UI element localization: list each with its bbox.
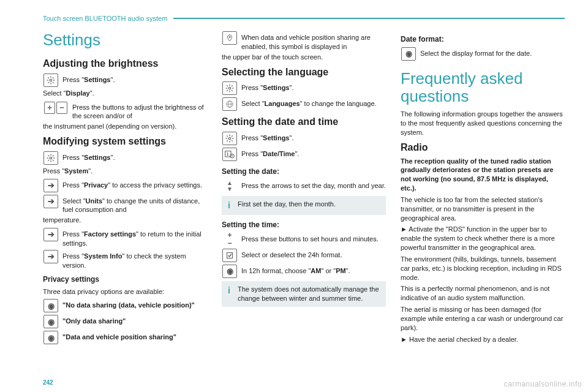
svg-line-8 (53, 77, 54, 78)
column-3: Date format: ◉ Select the display format… (401, 29, 565, 347)
step-row: ➔ Select "Units" to change the units of … (43, 194, 207, 215)
checkbox-icon (222, 248, 238, 263)
step-text: Press "Settings". (62, 151, 207, 162)
step-text: In 12h format, choose "AM" or "PM". (241, 264, 386, 276)
step-row: Select or deselect the 24h format. (222, 248, 386, 263)
step-text: Select or deselect the 24h format. (241, 248, 386, 260)
arrow-right-icon: ➔ (43, 227, 59, 242)
gear-icon (43, 73, 59, 88)
body-text: ► Activate the "RDS" function in the upp… (401, 225, 565, 252)
step-text: Press these buttons to set hours and min… (241, 232, 386, 244)
svg-line-36 (227, 135, 228, 137)
body-text: The following information groups togethe… (401, 110, 565, 137)
gear-icon (43, 151, 59, 165)
step-text: Press "Factory settings" to return to th… (62, 227, 207, 248)
body-text: The aerial is missing or has been damage… (401, 305, 565, 333)
svg-line-14 (48, 155, 49, 156)
body-text: Three data privacy options are available… (43, 287, 207, 296)
step-row: Select "Languages" to change the languag… (222, 97, 386, 111)
svg-line-15 (53, 160, 54, 161)
svg-point-19 (228, 87, 231, 89)
page-header: Touch screen BLUETOOTH audio system (43, 15, 565, 22)
svg-line-38 (227, 140, 228, 141)
step-row: Press "Settings". (43, 151, 207, 165)
svg-line-17 (53, 155, 54, 156)
calendar-clock-icon: 1 (222, 147, 238, 162)
step-text: Press "Date/Time". (241, 147, 386, 159)
step-text: When data and vehicle position sharing a… (241, 31, 386, 51)
info-icon: i (224, 285, 234, 296)
step-row: Press "Settings". (222, 81, 386, 96)
setting-time-heading: Setting the time: (222, 220, 386, 230)
svg-line-6 (53, 82, 54, 83)
svg-point-18 (229, 36, 231, 38)
plus-minus-icon: +− (43, 100, 69, 115)
info-box: i The system does not automatically mana… (222, 281, 386, 307)
body-text: ► Have the aerial checked by a dealer. (401, 335, 565, 344)
step-row: +− Press these buttons to set hours and … (222, 232, 386, 247)
svg-text:1: 1 (227, 152, 229, 156)
step-text: "No data sharing (data, vehicle position… (62, 298, 207, 310)
content-columns: Settings Adjusting the brightness Press … (43, 29, 565, 347)
radio-icon: ◉ (43, 330, 59, 345)
globe-icon (222, 97, 238, 111)
column-1: Settings Adjusting the brightness Press … (43, 29, 207, 347)
gear-icon (222, 81, 238, 96)
gear-icon (222, 131, 238, 146)
svg-line-5 (48, 77, 49, 78)
step-row: ◉ "No data sharing (data, vehicle positi… (43, 298, 207, 313)
privacy-heading: Privacy settings (43, 274, 207, 284)
info-icon: i (224, 200, 234, 211)
step-text: Press "Settings". (241, 131, 386, 143)
date-format-heading: Date format: (401, 34, 565, 44)
step-text: Press "Settings". (241, 81, 386, 92)
body-text: Press "System". (43, 167, 207, 176)
body-text: temperature. (43, 216, 207, 225)
arrow-right-icon: ➔ (43, 249, 59, 264)
svg-line-39 (232, 135, 233, 137)
step-text: Select "Languages" to change the languag… (241, 97, 386, 108)
header-title: Touch screen BLUETOOTH audio system (43, 15, 167, 22)
svg-line-27 (232, 85, 233, 86)
system-settings-heading: Modifying system settings (43, 135, 207, 148)
body-text: The vehicle is too far from the selected… (401, 195, 565, 223)
step-text: "Data and vehicle position sharing" (62, 330, 207, 342)
step-text: Select the display format for the date. (420, 47, 565, 58)
arrow-right-icon: ➔ (43, 194, 59, 209)
step-text: Press the buttons to adjust the brightne… (72, 100, 207, 121)
step-row: +− Press the buttons to adjust the brigh… (43, 100, 207, 121)
step-row: ◉ In 12h format, choose "AM" or "PM". (222, 264, 386, 279)
step-text: Press "System Info" to check the system … (62, 249, 207, 270)
radio-heading: Radio (401, 141, 565, 154)
step-row: ▲▼ Press the arrows to set the day, mont… (222, 179, 386, 194)
radio-icon: ◉ (43, 298, 59, 313)
svg-point-31 (228, 137, 231, 140)
body-text: Select "Display". (43, 89, 207, 98)
step-row: ➔ Press "System Info" to check the syste… (43, 249, 207, 270)
manual-page: Touch screen BLUETOOTH audio system Sett… (0, 0, 588, 392)
svg-line-26 (227, 90, 228, 91)
body-text: the upper bar of the touch screen. (222, 53, 386, 62)
header-rule (173, 18, 565, 19)
radio-icon: ◉ (43, 314, 59, 329)
datetime-heading: Setting the date and time (222, 115, 386, 129)
info-text: First set the day, then the month. (238, 200, 382, 209)
step-text: Select "Units" to change the units of di… (62, 194, 207, 215)
watermark: carmanualsonline.info (504, 380, 582, 388)
step-row: ➔ Press "Privacy" to access the privacy … (43, 178, 207, 193)
step-row: ◉ "Data and vehicle position sharing" (43, 330, 207, 345)
step-row: When data and vehicle position sharing a… (222, 31, 386, 51)
setting-date-heading: Setting the date: (222, 167, 386, 176)
language-heading: Selecting the language (222, 66, 386, 79)
body-text: The reception quality of the tuned radio… (401, 157, 565, 193)
radio-icon: ◉ (222, 264, 238, 279)
step-text: Press "Settings". (62, 73, 207, 85)
arrows-up-down-icon: ▲▼ (222, 179, 238, 194)
step-text: Press "Privacy" to access the privacy se… (62, 178, 207, 190)
column-2: When data and vehicle position sharing a… (222, 29, 386, 347)
svg-line-16 (48, 160, 49, 161)
radio-icon: ◉ (401, 47, 417, 61)
svg-line-7 (48, 82, 49, 83)
svg-rect-43 (227, 252, 233, 258)
step-text: Press the arrows to set the day, month a… (241, 179, 386, 190)
